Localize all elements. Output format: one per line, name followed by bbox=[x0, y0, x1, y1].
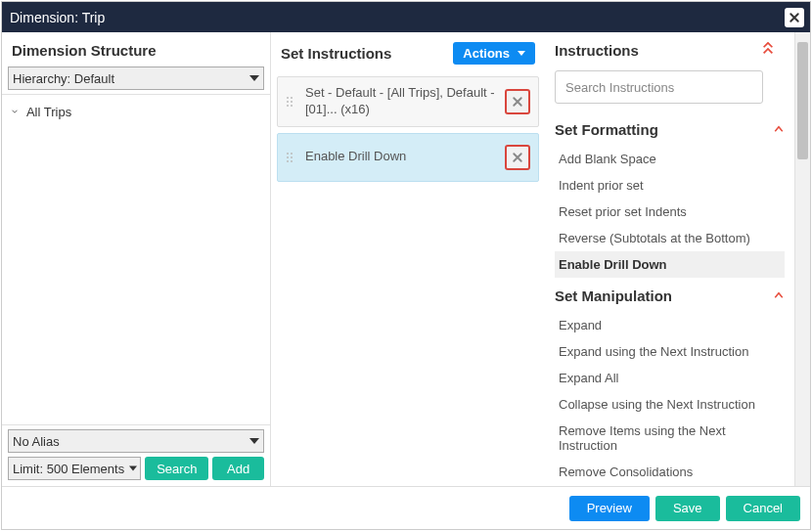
instruction-option[interactable]: Remove Consolidations bbox=[555, 459, 785, 485]
close-icon bbox=[512, 96, 523, 108]
instruction-text: Set - Default - [All Trips], Default - [… bbox=[305, 85, 505, 118]
limit-select-value: Limit: 500 Elements bbox=[13, 462, 124, 476]
section-title: Set Manipulation bbox=[555, 288, 672, 304]
chevron-up-icon bbox=[773, 288, 785, 304]
instruction-row[interactable]: Set - Default - [All Trips], Default - [… bbox=[277, 76, 539, 127]
chevron-down-icon bbox=[518, 51, 525, 56]
instructions-panel: Instructions Search Instructions Set For… bbox=[545, 32, 795, 486]
limit-select[interactable]: Limit: 500 Elements bbox=[8, 457, 141, 480]
chevron-up-icon bbox=[773, 121, 785, 138]
instruction-option[interactable]: Enable Drill Down bbox=[555, 251, 785, 278]
search-instructions-input[interactable]: Search Instructions bbox=[555, 70, 763, 104]
tree-root-item[interactable]: All Trips bbox=[10, 101, 262, 123]
alias-select-value: No Alias bbox=[13, 434, 60, 449]
instruction-option[interactable]: Expand bbox=[555, 312, 785, 338]
section-title: Set Formatting bbox=[555, 121, 658, 138]
instruction-option[interactable]: Reset prior set Indents bbox=[555, 199, 785, 225]
hierarchy-select[interactable]: Hierarchy: Default bbox=[8, 66, 264, 90]
titlebar: Dimension: Trip bbox=[2, 2, 810, 32]
instruction-option[interactable]: Collapse using the Next Instruction bbox=[555, 391, 785, 418]
dialog-title: Dimension: Trip bbox=[10, 10, 785, 25]
chevron-down-icon bbox=[10, 105, 20, 119]
instruction-sections: Set FormattingAdd Blank SpaceIndent prio… bbox=[555, 111, 785, 486]
dialog-body: Dimension Structure Hierarchy: Default A… bbox=[2, 32, 810, 486]
dimension-dialog: Dimension: Trip Dimension Structure Hier… bbox=[1, 1, 811, 530]
add-button[interactable]: Add bbox=[212, 457, 264, 480]
drag-handle-icon[interactable] bbox=[284, 97, 295, 107]
instruction-text: Enable Drill Down bbox=[305, 149, 505, 165]
dimension-structure-heading: Dimension Structure bbox=[2, 32, 270, 66]
preview-button[interactable]: Preview bbox=[569, 496, 650, 521]
option-list: ExpandExpand using the Next InstructionE… bbox=[555, 312, 785, 486]
cancel-button[interactable]: Cancel bbox=[726, 496, 800, 521]
close-button[interactable] bbox=[785, 8, 804, 27]
close-icon bbox=[512, 152, 523, 163]
hierarchy-tree[interactable]: All Trips bbox=[2, 94, 270, 424]
delete-instruction-button[interactable] bbox=[505, 89, 530, 114]
hierarchy-select-value: Hierarchy: Default bbox=[13, 71, 114, 86]
instruction-list: Set - Default - [All Trips], Default - [… bbox=[271, 72, 545, 188]
instruction-option[interactable]: Expand All bbox=[555, 365, 785, 391]
instruction-row[interactable]: Enable Drill Down bbox=[277, 133, 539, 182]
close-icon bbox=[789, 12, 800, 23]
set-instructions-heading: Set Instructions bbox=[281, 45, 391, 62]
section-header[interactable]: Set Formatting bbox=[555, 111, 785, 146]
scrollbar[interactable] bbox=[795, 32, 810, 486]
instruction-option[interactable]: Indent prior set bbox=[555, 172, 785, 199]
search-placeholder: Search Instructions bbox=[565, 80, 674, 95]
set-instructions-panel: Set Instructions Actions Set - Default -… bbox=[271, 32, 545, 486]
instruction-option[interactable]: Remove Items using the Next Instruction bbox=[555, 418, 785, 459]
instructions-heading: Instructions bbox=[555, 42, 639, 59]
instruction-option[interactable]: Expand using the Next Instruction bbox=[555, 338, 785, 365]
instruction-option[interactable]: Reverse (Subtotals at the Bottom) bbox=[555, 225, 785, 251]
collapse-icon[interactable] bbox=[761, 42, 775, 59]
actions-dropdown[interactable]: Actions bbox=[453, 42, 535, 65]
dimension-structure-panel: Dimension Structure Hierarchy: Default A… bbox=[2, 32, 271, 486]
delete-instruction-button[interactable] bbox=[505, 145, 530, 170]
option-list: Add Blank SpaceIndent prior setReset pri… bbox=[555, 146, 785, 278]
drag-handle-icon[interactable] bbox=[284, 153, 295, 162]
instruction-option[interactable]: Add Blank Space bbox=[555, 146, 785, 172]
save-button[interactable]: Save bbox=[655, 496, 720, 521]
tree-root-label: All Trips bbox=[26, 105, 71, 119]
section-header[interactable]: Set Manipulation bbox=[555, 278, 785, 312]
scrollbar-thumb[interactable] bbox=[797, 42, 808, 159]
alias-select[interactable]: No Alias bbox=[8, 429, 264, 453]
search-button[interactable]: Search bbox=[145, 457, 208, 480]
dialog-footer: Preview Save Cancel bbox=[2, 486, 810, 529]
